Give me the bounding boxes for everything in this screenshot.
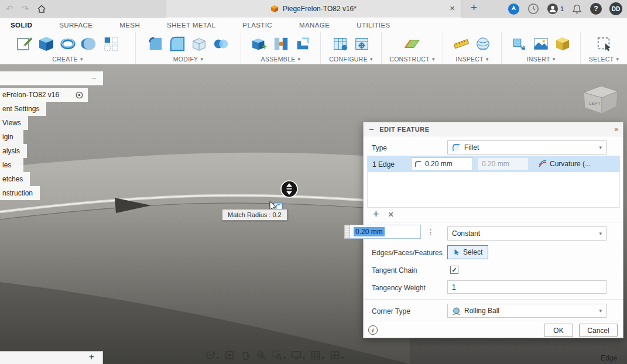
- assemble-menu[interactable]: ASSEMBLE▾: [261, 56, 301, 63]
- combine-icon[interactable]: [212, 35, 229, 53]
- look-at-icon[interactable]: [224, 350, 235, 360]
- more-options-icon[interactable]: ⋮: [427, 228, 435, 236]
- browser-item-sketches[interactable]: etches: [0, 172, 30, 186]
- browser-header[interactable]: –: [0, 71, 103, 85]
- create-box-icon[interactable]: [37, 35, 55, 53]
- rigid-group-icon[interactable]: [294, 35, 311, 53]
- tab-mesh[interactable]: MESH: [119, 22, 140, 29]
- continuity-cell[interactable]: Curvature (...: [539, 157, 616, 170]
- document-tab[interactable]: PiegeFrelon-TO82 v16* ×: [166, 0, 461, 18]
- chevron-down-icon: ▾: [553, 56, 556, 62]
- presence-indicator[interactable]: 1: [547, 3, 564, 15]
- ok-button[interactable]: OK: [544, 324, 573, 337]
- orbit-icon[interactable]: ▾: [205, 350, 219, 360]
- remove-edge-set-button[interactable]: ×: [388, 210, 393, 220]
- cancel-button[interactable]: Cancel: [579, 324, 618, 337]
- tab-sheet-metal[interactable]: SHEET METAL: [167, 22, 215, 29]
- viewports-icon[interactable]: ▾: [330, 350, 344, 360]
- browser-item-bodies[interactable]: ies: [0, 158, 23, 172]
- insert-derive-icon[interactable]: [510, 35, 528, 53]
- create-sketch-icon[interactable]: [16, 35, 33, 53]
- notifications-bell-icon[interactable]: [571, 4, 583, 15]
- tangent-chain-checkbox[interactable]: ✓: [450, 266, 458, 274]
- insert-menu[interactable]: INSERT▾: [527, 56, 556, 63]
- configure-menu[interactable]: CONFIGURE▾: [329, 56, 373, 63]
- drag-grip[interactable]: [344, 225, 350, 239]
- radius-input[interactable]: 0.20 mm: [350, 225, 421, 239]
- browser-item-analysis[interactable]: alysis: [0, 144, 27, 158]
- press-pull-icon[interactable]: [147, 35, 165, 53]
- tangency-weight-input[interactable]: [447, 280, 607, 294]
- undo-icon[interactable]: ↶: [6, 4, 13, 14]
- presence-count: 1: [560, 5, 564, 12]
- help-icon[interactable]: ?: [590, 3, 602, 15]
- new-tab-button[interactable]: +: [471, 1, 477, 14]
- pan-icon[interactable]: [240, 350, 251, 360]
- type-dropdown[interactable]: Fillet ▾: [447, 140, 607, 154]
- extensions-icon[interactable]: [508, 3, 520, 15]
- browser-item-document-settings[interactable]: ent Settings: [0, 102, 46, 116]
- select-tool-icon[interactable]: [595, 35, 613, 53]
- home-icon[interactable]: [37, 4, 46, 13]
- construction-plane-icon[interactable]: [403, 35, 421, 53]
- configure-gear-icon[interactable]: [353, 35, 371, 53]
- dialog-header[interactable]: – EDIT FEATURE »: [364, 122, 623, 136]
- chevron-down-icon: ▾: [80, 56, 83, 62]
- collapse-browser-icon[interactable]: –: [92, 73, 96, 82]
- fusion-window: ↶ ↷ PiegeFrelon-TO82 v16* × + 1: [0, 0, 627, 364]
- tab-surface[interactable]: SURFACE: [59, 22, 92, 29]
- tab-plastic[interactable]: PLASTIC: [242, 22, 272, 29]
- browser-item-named-views[interactable]: Views: [0, 116, 28, 130]
- inspect-menu[interactable]: INSPECT▾: [455, 56, 488, 63]
- activate-component-icon[interactable]: [76, 91, 83, 99]
- timeline-panel: +: [0, 351, 103, 364]
- new-component-icon[interactable]: [251, 35, 268, 53]
- collapse-dialog-icon[interactable]: –: [369, 125, 374, 133]
- select-button[interactable]: Select: [447, 245, 488, 259]
- display-settings-icon[interactable]: ▾: [291, 350, 305, 360]
- expand-dialog-icon[interactable]: »: [614, 125, 618, 133]
- sphere-icon[interactable]: [81, 35, 98, 53]
- info-icon[interactable]: i: [368, 325, 378, 335]
- create-menu[interactable]: CREATE▾: [52, 56, 83, 63]
- curvature-icon: [539, 160, 547, 168]
- chevron-down-icon: ▾: [341, 355, 344, 360]
- configuration-table-icon[interactable]: [331, 35, 349, 53]
- tab-utilities[interactable]: UTILITIES: [357, 22, 390, 29]
- radius-type-dropdown[interactable]: Constant ▾: [447, 226, 607, 241]
- browser-root-item[interactable]: eFrelon-TO82 v16: [0, 88, 88, 102]
- radius-drag-handle[interactable]: [281, 181, 297, 197]
- job-status-icon[interactable]: [527, 3, 539, 15]
- tab-solid[interactable]: SOLID: [11, 22, 32, 29]
- zoom-icon[interactable]: [256, 350, 266, 360]
- modify-menu[interactable]: MODIFY▾: [173, 56, 203, 63]
- select-menu[interactable]: SELECT▾: [589, 56, 619, 63]
- construct-menu[interactable]: CONSTRUCT▾: [389, 56, 434, 63]
- radius-cell[interactable]: 0.20 mm: [411, 157, 473, 170]
- edge-set-row[interactable]: 1 Edge 0.20 mm 0.20 mm Curvature (...: [368, 156, 619, 172]
- add-edge-set-button[interactable]: +: [373, 208, 379, 221]
- group-insert: INSERT▾: [502, 32, 581, 64]
- redo-icon[interactable]: ↷: [22, 4, 29, 14]
- expand-panel-button[interactable]: +: [89, 352, 94, 362]
- browser-item-construction[interactable]: nstruction: [0, 186, 40, 200]
- canvas-image-icon[interactable]: [532, 35, 550, 53]
- pattern-icon[interactable]: [102, 35, 120, 53]
- fillet-tool-icon[interactable]: [169, 35, 186, 53]
- zebra-analysis-icon[interactable]: [474, 35, 492, 53]
- browser-item-origin[interactable]: igin: [0, 130, 23, 144]
- shell-icon[interactable]: [190, 35, 208, 53]
- user-avatar[interactable]: DD: [609, 2, 622, 15]
- grid-snap-icon[interactable]: ▾: [310, 350, 324, 360]
- joint-icon[interactable]: [272, 35, 290, 53]
- corner-type-dropdown[interactable]: Rolling Ball ▾: [447, 304, 607, 318]
- view-cube[interactable]: LEFT: [577, 81, 622, 119]
- ribbon-tab-bar: SOLID SURFACE MESH SHEET METAL PLASTIC M…: [0, 18, 627, 32]
- measure-icon[interactable]: [453, 35, 470, 53]
- tab-manage[interactable]: MANAGE: [299, 22, 330, 29]
- mcmaster-part-icon[interactable]: [554, 35, 571, 53]
- close-tab-icon[interactable]: ×: [450, 3, 455, 13]
- zoom-window-icon[interactable]: ▾: [272, 350, 286, 360]
- edge-count-cell: 1 Edge: [372, 160, 395, 169]
- torus-icon[interactable]: [59, 35, 77, 53]
